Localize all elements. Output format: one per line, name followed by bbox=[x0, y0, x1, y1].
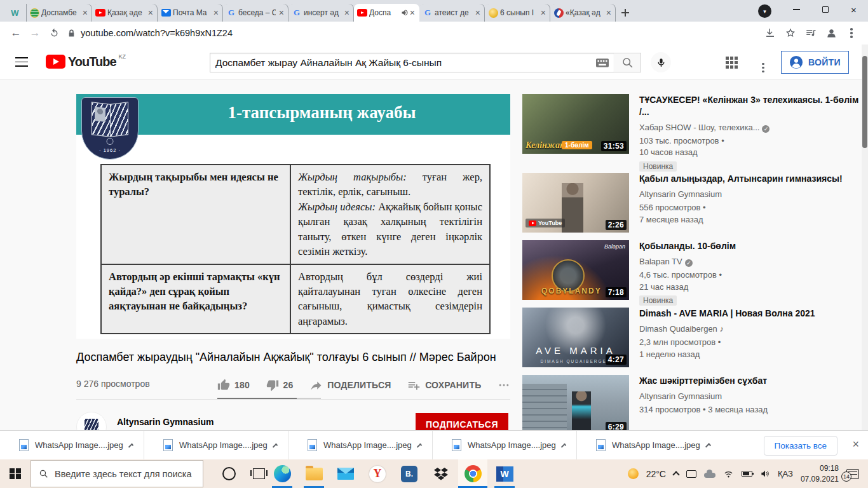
window-maximize-button[interactable] bbox=[811, 0, 839, 19]
video-thumbnail[interactable]: Келінжан3 1-бөлім 31:53 bbox=[522, 94, 629, 154]
youtube-logo[interactable]: YouTube KZ bbox=[46, 55, 126, 69]
taskbar-search-box[interactable] bbox=[31, 460, 203, 487]
new-tab-button[interactable] bbox=[616, 4, 635, 22]
video-title[interactable]: Жас шәкірттерімізбен сұхбат bbox=[639, 375, 860, 387]
onedrive-cloud-icon[interactable] bbox=[704, 473, 715, 478]
tab-close-icon[interactable]: × bbox=[409, 8, 416, 18]
tab-8[interactable]: 6 сынып І × bbox=[485, 4, 550, 22]
cortana-icon[interactable] bbox=[222, 467, 236, 480]
display-icon[interactable] bbox=[686, 470, 696, 478]
apps-grid-icon[interactable] bbox=[726, 57, 738, 69]
tab-close-icon[interactable]: × bbox=[474, 8, 482, 18]
video-title[interactable]: Қобыланды. 10-бөлім bbox=[639, 240, 860, 252]
youtube-menu-button[interactable] bbox=[762, 56, 764, 72]
battery-icon[interactable] bbox=[742, 471, 752, 477]
tab-9[interactable]: «Қазақ әд × bbox=[550, 4, 616, 22]
scrollbar-thumb[interactable] bbox=[862, 56, 867, 148]
tab-close-icon[interactable]: × bbox=[81, 8, 89, 18]
more-actions-button[interactable] bbox=[498, 379, 510, 391]
save-button[interactable]: СОХРАНИТЬ bbox=[407, 379, 481, 392]
voice-search-button[interactable] bbox=[651, 52, 671, 72]
tab-audio-icon[interactable] bbox=[401, 9, 409, 17]
tab-3[interactable]: Почта Ma × bbox=[158, 4, 223, 22]
taskbar-dropbox[interactable] bbox=[426, 459, 456, 488]
guide-menu-button[interactable] bbox=[15, 57, 28, 67]
media-controls-icon[interactable] bbox=[801, 27, 821, 39]
tab-7[interactable]: G атеист де × bbox=[419, 4, 485, 22]
bookmark-star-icon[interactable] bbox=[780, 27, 801, 39]
download-item-5[interactable]: WhatsApp Image....jpeg bbox=[577, 431, 721, 459]
tab-close-icon[interactable]: × bbox=[212, 8, 220, 18]
volume-icon[interactable] bbox=[760, 469, 770, 478]
downloads-tray-icon[interactable] bbox=[760, 27, 780, 39]
download-item-1[interactable]: WhatsApp Image....jpeg bbox=[0, 431, 144, 459]
tab-close-icon[interactable]: × bbox=[539, 8, 547, 18]
taskbar-word[interactable]: W bbox=[490, 459, 519, 488]
task-view-icon[interactable] bbox=[253, 468, 265, 479]
notification-center-icon[interactable]: 14 bbox=[846, 469, 859, 479]
channel-name[interactable]: Хабар SHOW - Шоу, телехика...✓ bbox=[639, 122, 860, 134]
close-downloads-bar-icon[interactable]: × bbox=[852, 438, 859, 451]
tab-close-icon[interactable]: × bbox=[343, 8, 351, 18]
chevron-up-icon[interactable] bbox=[128, 444, 134, 449]
channel-name[interactable]: Dimash Qudaibergen ♪ bbox=[639, 323, 860, 336]
video-thumbnail[interactable]: AVE MARIA DIMASH QUDAIBERGEN 4:27 bbox=[522, 308, 629, 367]
download-item-4[interactable]: WhatsApp Image....jpeg bbox=[433, 431, 577, 459]
page-scrollbar[interactable] bbox=[862, 44, 868, 430]
video-player[interactable]: 1-тапсырманың жауабы · 1962 · Жырдың тақ… bbox=[76, 94, 510, 339]
chevron-up-icon[interactable] bbox=[705, 443, 711, 449]
show-all-downloads-button[interactable]: Показать все bbox=[764, 436, 837, 456]
window-close-button[interactable]: × bbox=[839, 0, 868, 19]
tab-close-icon[interactable]: × bbox=[278, 8, 285, 18]
video-title[interactable]: ТҰСАУКЕСЕР! «Келінжан 3» телехикаясы. 1-… bbox=[639, 94, 860, 118]
start-button[interactable] bbox=[0, 459, 31, 488]
language-indicator[interactable]: ҚАЗ bbox=[778, 469, 793, 478]
video-thumbnail[interactable]: 6:29 bbox=[522, 375, 629, 435]
taskbar-edge[interactable] bbox=[268, 459, 297, 488]
taskbar-yandex[interactable]: Y bbox=[363, 459, 392, 488]
chevron-up-icon[interactable] bbox=[273, 444, 278, 449]
sign-in-button[interactable]: ВОЙТИ bbox=[781, 51, 849, 74]
taskbar-clock[interactable]: 09:1807.09.2021 bbox=[801, 463, 839, 484]
tab-active[interactable]: Доспа × bbox=[354, 4, 419, 22]
channel-name[interactable]: Altynsarin Gymnasium bbox=[639, 391, 860, 403]
tab-2[interactable]: Қазақ әде × bbox=[92, 4, 158, 22]
search-input[interactable] bbox=[215, 57, 596, 69]
like-button[interactable]: 180 bbox=[217, 379, 250, 391]
taskbar-chrome[interactable] bbox=[458, 459, 487, 488]
taskbar-vk[interactable]: B. bbox=[395, 459, 424, 488]
share-button[interactable]: ПОДЕЛИТЬСЯ bbox=[309, 379, 391, 392]
profile-avatar-icon[interactable] bbox=[821, 27, 841, 39]
tab-close-icon[interactable]: × bbox=[605, 8, 613, 18]
tab-close-icon[interactable]: × bbox=[147, 8, 154, 18]
hidden-icons-chevron[interactable] bbox=[672, 471, 679, 478]
back-button[interactable]: ← bbox=[6, 27, 25, 39]
temperature[interactable]: 22°C bbox=[646, 469, 666, 479]
video-thumbnail[interactable]: Balapan QOBYLANDY 7:18 bbox=[522, 240, 629, 300]
forward-button[interactable]: → bbox=[25, 27, 44, 39]
chevron-up-icon[interactable] bbox=[417, 444, 423, 449]
address-bar[interactable]: youtube.com/watch?v=k69h9xN1Z24 bbox=[67, 28, 760, 38]
pinned-tab[interactable]: W bbox=[4, 4, 27, 22]
taskbar-search-input[interactable] bbox=[55, 469, 203, 479]
weather-icon[interactable] bbox=[628, 468, 639, 479]
channel-name[interactable]: Altynsarin Gymnasium bbox=[117, 417, 214, 427]
channel-name[interactable]: Balapan TV✓ bbox=[639, 256, 860, 268]
tab-1[interactable]: Доспамбе × bbox=[27, 4, 92, 22]
tab-4[interactable]: G беседа – С × bbox=[223, 4, 288, 22]
download-item-3[interactable]: WhatsApp Image....jpeg bbox=[288, 431, 433, 459]
browser-menu-button[interactable] bbox=[841, 28, 862, 38]
taskbar-explorer[interactable] bbox=[299, 459, 329, 488]
download-item-2[interactable]: WhatsApp Image....jpeg bbox=[144, 431, 288, 459]
video-title[interactable]: Қабыл алыңыздар, Алтынсарин гимназиясы! bbox=[639, 173, 860, 185]
dislike-button[interactable]: 26 bbox=[266, 379, 294, 391]
window-minimize-button[interactable] bbox=[782, 0, 811, 19]
chevron-up-icon[interactable] bbox=[561, 444, 567, 449]
tab-search-button[interactable]: ▾ bbox=[758, 4, 771, 18]
tab-5[interactable]: G инсерт әд × bbox=[288, 4, 354, 22]
video-thumbnail[interactable]: YouTube 2:26 bbox=[522, 173, 629, 233]
search-box[interactable] bbox=[210, 53, 614, 72]
keyboard-icon[interactable] bbox=[596, 58, 609, 67]
taskbar-mail[interactable] bbox=[331, 459, 360, 488]
reload-button[interactable] bbox=[44, 28, 64, 39]
